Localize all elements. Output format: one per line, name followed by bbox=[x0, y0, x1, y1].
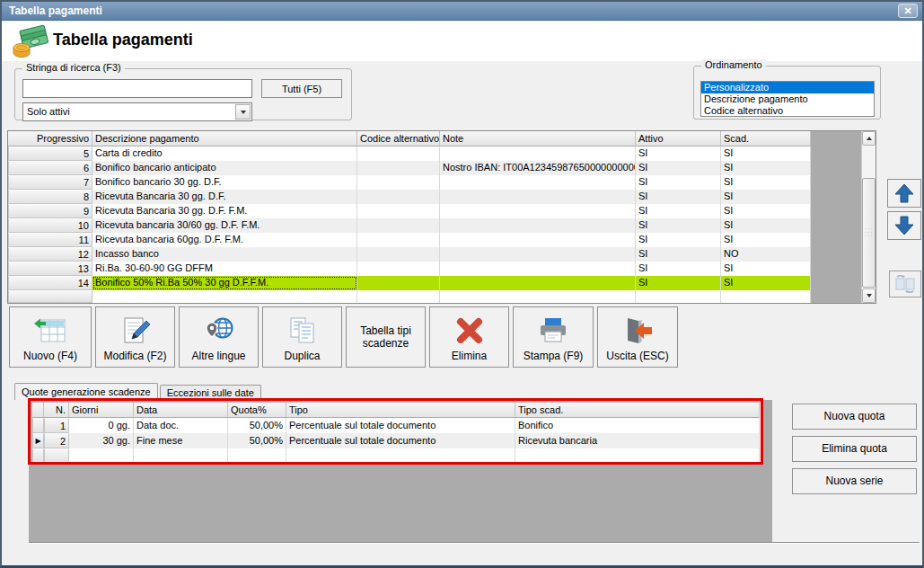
quotas-cell[interactable]: Data doc. bbox=[134, 418, 228, 433]
payments-header-row[interactable]: ProgressivoDescrizione pagamentoCodice a… bbox=[8, 131, 876, 146]
payments-grid[interactable]: ProgressivoDescrizione pagamentoCodice a… bbox=[7, 130, 876, 304]
payments-row-header[interactable]: 7 bbox=[8, 175, 92, 190]
payments-cell[interactable] bbox=[357, 233, 440, 247]
payments-cell[interactable] bbox=[357, 247, 440, 262]
tab-quote-generazione-scadenze[interactable]: Quote generazione scadenze bbox=[14, 383, 158, 400]
payments-row[interactable]: 6Bonifico bancario anticipatoNostro IBAN… bbox=[8, 161, 876, 175]
tutti-button[interactable]: Tutti (F5) bbox=[261, 79, 342, 98]
altre-lingue-button[interactable]: Altre lingue bbox=[179, 306, 259, 368]
payments-cell[interactable] bbox=[357, 146, 440, 161]
payments-cell[interactable]: Carta di credito bbox=[92, 146, 357, 161]
payments-cell[interactable]: SI bbox=[721, 262, 811, 276]
payments-row-header[interactable]: 8 bbox=[8, 190, 92, 204]
elimina-button[interactable]: Elimina bbox=[429, 306, 509, 368]
payments-cell[interactable]: SI bbox=[636, 247, 721, 262]
ordering-listbox[interactable]: Personalizzato Descrizione pagamento Cod… bbox=[700, 81, 875, 117]
payments-row[interactable]: 9Ricevuta Bancaria 30 gg. D.F. F.M.SISI bbox=[8, 204, 876, 218]
payments-cell[interactable]: SI bbox=[721, 175, 811, 190]
payments-cell[interactable]: SI bbox=[636, 161, 721, 175]
move-down-button[interactable] bbox=[887, 211, 921, 240]
quotas-row[interactable]: 10 gg.Data doc.50,00%Percentuale sul tot… bbox=[32, 418, 762, 433]
quotas-column-header[interactable]: Tipo bbox=[286, 403, 515, 418]
quotas-row-header[interactable]: 1 bbox=[44, 418, 69, 433]
payments-column-header[interactable]: Descrizione pagamento bbox=[92, 131, 357, 146]
quotas-row-header[interactable] bbox=[44, 448, 69, 464]
quotas-cell[interactable] bbox=[69, 448, 134, 464]
modifica-button[interactable]: Modifica (F2) bbox=[95, 306, 175, 368]
payments-row-header[interactable]: 12 bbox=[8, 247, 92, 262]
elimina-quota-button[interactable]: Elimina quota bbox=[792, 436, 917, 462]
quotas-cell[interactable] bbox=[228, 448, 286, 464]
scroll-down-button[interactable] bbox=[862, 288, 876, 303]
payments-row-header[interactable]: 10 bbox=[8, 218, 92, 233]
payments-row-header[interactable] bbox=[8, 290, 92, 303]
ordering-option-descrizione[interactable]: Descrizione pagamento bbox=[701, 93, 874, 105]
payments-cell[interactable] bbox=[440, 233, 636, 247]
search-input[interactable] bbox=[22, 79, 252, 98]
quotas-cell[interactable]: Ricevuta bancaria bbox=[515, 433, 760, 448]
payments-row[interactable]: 7Bonifico bancario 30 gg. D.F.SISI bbox=[8, 175, 876, 190]
nuova-quota-button[interactable]: Nuova quota bbox=[792, 404, 917, 430]
quotas-header-row[interactable]: N.GiorniDataQuota%TipoTipo scad. bbox=[32, 403, 762, 418]
payments-cell[interactable] bbox=[357, 190, 440, 204]
payments-cell[interactable] bbox=[357, 276, 440, 290]
payments-cell[interactable] bbox=[440, 262, 636, 276]
payments-cell[interactable] bbox=[357, 204, 440, 218]
payments-cell[interactable]: Bonifico bancario 30 gg. D.F. bbox=[92, 175, 357, 190]
move-up-button[interactable] bbox=[887, 179, 921, 208]
stampa-button[interactable]: Stampa (F9) bbox=[513, 306, 594, 368]
payments-column-header[interactable]: Note bbox=[440, 131, 636, 146]
scroll-up-button[interactable] bbox=[862, 131, 876, 146]
payments-cell[interactable] bbox=[357, 262, 440, 276]
payments-cell[interactable] bbox=[357, 290, 440, 303]
payments-cell[interactable]: Ri.Ba. 30-60-90 GG DFFM bbox=[92, 262, 357, 276]
payments-cell[interactable]: SI bbox=[636, 190, 721, 204]
payments-row-header[interactable]: 9 bbox=[8, 204, 92, 218]
quotas-row-header[interactable]: 2 bbox=[44, 433, 69, 448]
quotas-row[interactable]: ▶230 gg.Fine mese50,00%Percentuale sul t… bbox=[32, 433, 762, 448]
ordering-option-personalizzato[interactable]: Personalizzato bbox=[701, 82, 874, 93]
payments-cell[interactable] bbox=[440, 146, 636, 161]
payments-cell[interactable]: SI bbox=[721, 161, 811, 175]
payments-column-header[interactable]: Attivo bbox=[636, 131, 721, 146]
payments-cell[interactable]: Incasso banco bbox=[92, 247, 357, 262]
payments-row-header[interactable]: 6 bbox=[8, 161, 92, 175]
quotas-cell[interactable]: Bonifico bbox=[515, 418, 760, 433]
titlebar[interactable]: Tabella pagamenti ✕ bbox=[2, 2, 922, 21]
payments-cell[interactable] bbox=[440, 204, 636, 218]
close-button[interactable]: ✕ bbox=[898, 4, 918, 18]
payments-cell[interactable] bbox=[357, 161, 440, 175]
payments-cell[interactable]: Ricevuta bancaria 30/60 gg. D.F. F.M. bbox=[92, 218, 357, 233]
payments-row[interactable]: 5Carta di creditoSISI bbox=[8, 146, 876, 161]
payments-cell[interactable]: SI bbox=[721, 233, 811, 247]
payments-cell[interactable]: Bonifico 50% Ri.Ba 50% 30 gg D.F.F.M. bbox=[92, 276, 357, 290]
vertical-scrollbar[interactable]: ········· bbox=[861, 131, 876, 303]
payments-row[interactable]: 12Incasso bancoSINO bbox=[8, 247, 876, 262]
payments-empty-row[interactable] bbox=[8, 290, 876, 303]
payments-cell[interactable]: SI bbox=[721, 146, 811, 161]
scroll-thumb[interactable]: ········· bbox=[862, 178, 876, 288]
quotas-empty-row[interactable] bbox=[32, 448, 762, 464]
payments-cell[interactable] bbox=[440, 218, 636, 233]
quotas-row-header[interactable] bbox=[32, 448, 44, 464]
payments-cell[interactable] bbox=[92, 290, 357, 303]
quotas-column-header[interactable]: Tipo scad. bbox=[515, 403, 760, 418]
payments-cell[interactable] bbox=[440, 190, 636, 204]
payments-row-header[interactable]: 14 bbox=[8, 276, 92, 290]
payments-cell[interactable] bbox=[721, 290, 811, 303]
ordering-option-codice[interactable]: Codice alternativo bbox=[701, 105, 874, 117]
tab-eccezioni-sulle-date[interactable]: Eccezioni sulle date bbox=[160, 385, 261, 400]
payments-row-header[interactable]: 11 bbox=[8, 233, 92, 247]
quotas-cell[interactable]: Percentuale sul totale documento bbox=[286, 418, 515, 433]
quotas-grid[interactable]: N.GiorniDataQuota%TipoTipo scad.10 gg.Da… bbox=[31, 402, 763, 464]
quotas-cell[interactable]: 50,00% bbox=[228, 418, 286, 433]
payments-cell[interactable]: SI bbox=[636, 233, 721, 247]
payments-cell[interactable]: SI bbox=[636, 276, 721, 290]
quotas-column-header[interactable]: Data bbox=[134, 403, 228, 418]
nuovo-button[interactable]: Nuovo (F4) bbox=[9, 306, 92, 368]
quotas-cell[interactable] bbox=[515, 448, 760, 464]
payments-row[interactable]: 10Ricevuta bancaria 30/60 gg. D.F. F.M.S… bbox=[8, 218, 876, 233]
payments-cell[interactable]: SI bbox=[721, 276, 811, 290]
quotas-column-header[interactable]: Quota% bbox=[228, 403, 286, 418]
payments-cell[interactable]: Ricevuta bancaria 60gg. D.F. F.M. bbox=[92, 233, 357, 247]
